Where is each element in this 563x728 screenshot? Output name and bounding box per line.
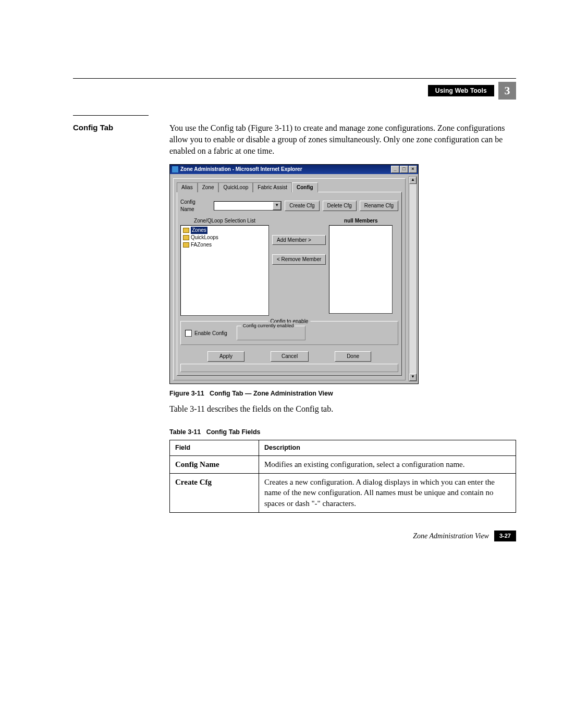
chevron-down-icon[interactable]: ▼ (273, 202, 281, 210)
fields-table: Field Description Config Name Modifies a… (169, 440, 516, 513)
table-caption: Table 3-11 Config Tab Fields (169, 428, 516, 437)
field-description: Modifies an existing configuration, sele… (259, 456, 516, 474)
enable-config-label: Enable Config (194, 330, 227, 337)
col-header-description: Description (259, 440, 516, 455)
field-name: Config Name (170, 456, 259, 474)
section-paragraph: You use the Config tab (Figure 3-11) to … (169, 122, 516, 157)
section-label: Config Tab (73, 115, 149, 132)
page-header: Using Web Tools 3 (73, 82, 516, 100)
page-footer: Zone Administration View 3-27 (169, 530, 516, 541)
selection-list-header: Zone/QLoop Selection List (180, 217, 269, 225)
tab-fabric-assist[interactable]: Fabric Assist (253, 182, 292, 192)
tree-item-zones[interactable]: Zones (191, 227, 207, 234)
tree-item-quickloops[interactable]: QuickLoops (191, 234, 218, 241)
config-name-combo[interactable]: ▼ (214, 201, 282, 211)
add-member-button[interactable]: Add Member > (272, 235, 326, 245)
config-currently-enabled-frame: Config currently enabled (237, 326, 305, 340)
maximize-icon[interactable]: □ (400, 166, 408, 173)
done-button[interactable]: Done (335, 351, 371, 362)
field-description: Creates a new configuration. A dialog di… (259, 473, 516, 512)
tab-alias[interactable]: Alias (177, 182, 198, 192)
config-name-label: Config Name (180, 199, 211, 213)
scroll-up-icon[interactable]: ▲ (409, 177, 417, 184)
status-strip (180, 364, 398, 372)
page-number: 3-27 (494, 530, 516, 541)
cancel-button[interactable]: Cancel (271, 351, 309, 362)
selection-listbox[interactable]: Zones QuickLoops FAZones (180, 225, 269, 316)
tab-quickloop[interactable]: QuickLoop (218, 182, 253, 192)
create-cfg-button[interactable]: Create Cfg (285, 201, 319, 211)
window-titlebar: Zone Administration - Microsoft Internet… (170, 165, 418, 174)
table-row: Config Name Modifies an existing configu… (170, 456, 516, 474)
dialog-panel: Alias Zone QuickLoop Fabric Assist Confi… (173, 178, 406, 380)
chapter-number-box: 3 (498, 82, 516, 100)
vertical-scrollbar[interactable]: ▲ ▼ (409, 176, 417, 381)
enable-config-checkbox[interactable] (185, 330, 192, 337)
tab-strip: Alias Zone QuickLoop Fabric Assist Confi… (177, 182, 402, 192)
table-intro-text: Table 3-11 describes the fields on the C… (169, 403, 516, 415)
apply-button[interactable]: Apply (207, 351, 244, 362)
figure-caption: Figure 3-11 Config Tab — Zone Administra… (169, 389, 516, 398)
close-icon[interactable]: × (409, 166, 417, 173)
members-listbox[interactable] (329, 225, 393, 314)
top-rule (73, 78, 516, 79)
field-name: Create Cfg (170, 473, 259, 512)
col-header-field: Field (170, 440, 259, 455)
config-currently-enabled-legend: Config currently enabled (241, 323, 296, 329)
window-title: Zone Administration - Microsoft Internet… (180, 166, 302, 173)
tree-item-fazones[interactable]: FAZones (191, 241, 212, 249)
table-row: Create Cfg Creates a new configuration. … (170, 473, 516, 512)
table-number: Table 3-11 (169, 428, 201, 436)
figure-number: Figure 3-11 (169, 390, 204, 397)
table-header-row: Field Description (170, 440, 516, 455)
folder-icon (183, 228, 189, 233)
folder-icon (183, 242, 189, 248)
figure-caption-text: Config Tab — Zone Administration View (210, 390, 333, 397)
ie-app-icon (172, 166, 178, 172)
footer-text: Zone Administration View (413, 531, 489, 541)
delete-cfg-button[interactable]: Delete Cfg (323, 201, 357, 211)
rename-cfg-button[interactable]: Rename Cfg (360, 201, 398, 211)
members-list-header: null Members (329, 217, 393, 225)
header-section-title: Using Web Tools (428, 85, 494, 96)
table-caption-text: Config Tab Fields (206, 428, 261, 436)
tab-config[interactable]: Config (292, 182, 318, 192)
scroll-down-icon[interactable]: ▼ (409, 374, 417, 381)
minimize-icon[interactable]: _ (391, 166, 399, 173)
screenshot-window: Zone Administration - Microsoft Internet… (169, 164, 419, 384)
tab-zone[interactable]: Zone (198, 182, 219, 192)
remove-member-button[interactable]: < Remove Member (272, 254, 326, 265)
folder-icon (183, 235, 189, 240)
